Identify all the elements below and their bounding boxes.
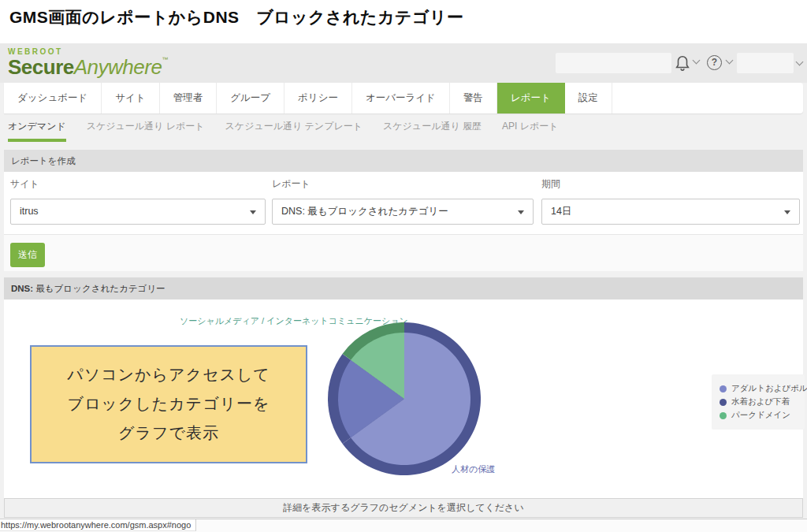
period-field-label: 期間 — [541, 177, 560, 191]
tab-reports[interactable]: レポート — [497, 83, 565, 113]
create-report-panel: レポートを作成 サイト レポート 期間 itrus DNS: 最もブロックされた… — [4, 150, 803, 271]
submit-button[interactable]: 送信 — [10, 243, 45, 267]
tab-groups[interactable]: グループ — [217, 83, 284, 113]
legend-item-adult[interactable]: アダルトおよびポルノ — [720, 383, 797, 394]
legend-dot-swimsuit-icon — [720, 399, 727, 406]
subnav-scheduled-templates[interactable]: スケジュール通り テンプレート — [225, 120, 363, 142]
user-menu-chevron-down-icon[interactable] — [796, 58, 804, 66]
report-result-panel: DNS: 最もブロックされたカテゴリー ソーシャルメディア / インターネットコ… — [4, 277, 803, 498]
create-report-panel-title: レポートを作成 — [4, 150, 803, 172]
legend-dot-parked-domain-icon — [720, 412, 727, 419]
tab-dashboard[interactable]: ダッシュボード — [4, 83, 102, 113]
period-select[interactable]: 14日 — [541, 199, 800, 225]
masked-account-info — [556, 53, 671, 73]
create-report-form: サイト レポート 期間 itrus DNS: 最もブロックされたカテゴリー 14… — [4, 172, 803, 234]
annotation-callout-box: パソコンからアクセスして ブロックしたカテゴリーを グラフで表示 — [30, 345, 307, 463]
main-nav: ダッシュボード サイト 管理者 グループ ポリシー オーバーライド 警告 レポー… — [4, 83, 803, 113]
annotation-line-3: グラフで表示 — [32, 419, 306, 448]
site-select-value: itrus — [20, 206, 39, 217]
report-field-label: レポート — [272, 177, 311, 191]
notifications-bell-icon[interactable] — [674, 54, 691, 73]
legend-item-swimsuit[interactable]: 水着および下着 — [720, 396, 797, 407]
app-header: WEBROOT SecureAnywhere™ ? — [0, 43, 807, 83]
logo-secure-text: Secure — [8, 55, 74, 79]
tab-alerts[interactable]: 警告 — [450, 83, 497, 113]
legend-dot-adult-icon — [720, 385, 727, 392]
webroot-logo: WEBROOT SecureAnywhere™ — [8, 48, 168, 77]
reports-subnav: オンデマンド スケジュール通り レポート スケジュール通り テンプレート スケジ… — [8, 120, 559, 142]
site-select[interactable]: itrus — [10, 199, 266, 225]
period-select-caret-icon — [784, 210, 790, 214]
report-title-prefix: DNS: — [11, 284, 33, 293]
page-title: GMS画面のレポートからDNS ブロックされたカテゴリー — [9, 6, 464, 28]
masked-user-menu[interactable] — [737, 53, 794, 73]
status-url: https://my.webrootanywhere.com/gsm.aspx#… — [0, 519, 196, 531]
subnav-scheduled-reports[interactable]: スケジュール通り レポート — [87, 120, 205, 142]
period-select-value: 14日 — [551, 206, 571, 217]
annotation-line-2: ブロックしたカテゴリーを — [32, 389, 306, 419]
report-result-title: DNS: 最もブロックされたカテゴリー — [4, 277, 803, 299]
report-title-rest: 最もブロックされたカテゴリー — [33, 284, 165, 293]
subnav-scheduled-history[interactable]: スケジュール通り 履歴 — [383, 120, 482, 142]
form-footer: 送信 — [4, 234, 803, 271]
bell-chevron-down-icon[interactable] — [693, 57, 701, 65]
report-select-caret-icon — [518, 210, 524, 214]
segment-select-hint: 詳細を表示するグラフのセグメントを選択してください — [4, 498, 803, 518]
logo-trademark: ™ — [162, 56, 168, 63]
tab-sites[interactable]: サイト — [102, 83, 159, 113]
report-select-value: DNS: 最もブロックされたカテゴリー — [281, 206, 448, 217]
tab-policies[interactable]: ポリシー — [284, 83, 352, 113]
tab-overrides[interactable]: オーバーライド — [352, 83, 450, 113]
browser-status-bar: https://my.webrootanywhere.com/gsm.aspx#… — [0, 519, 807, 532]
pie-callout-human-resources: 人材の保護 — [452, 463, 495, 475]
logo-anywhere-text: Anywhere — [74, 55, 162, 79]
pie-chart[interactable] — [318, 312, 491, 485]
subnav-on-demand[interactable]: オンデマンド — [8, 120, 66, 142]
report-select[interactable]: DNS: 最もブロックされたカテゴリー — [272, 199, 534, 225]
site-select-caret-icon — [250, 210, 256, 214]
help-chevron-down-icon[interactable] — [726, 57, 734, 65]
site-field-label: サイト — [10, 177, 39, 191]
tab-settings[interactable]: 設定 — [565, 83, 612, 113]
screenshot-root: GMS画面のレポートからDNS ブロックされたカテゴリー WEBROOT Sec… — [0, 0, 807, 532]
annotation-line-1: パソコンからアクセスして — [32, 360, 306, 389]
chart-area: ソーシャルメディア / インターネットコミュニケーション 人材の保護 アダルトお… — [4, 299, 803, 499]
legend-item-parked-domain[interactable]: パークドメイン — [720, 410, 797, 421]
chart-legend: アダルトおよびポルノ 水着および下着 パークドメイン — [712, 374, 805, 430]
help-icon[interactable]: ? — [707, 55, 722, 70]
webroot-console: WEBROOT SecureAnywhere™ ? ダッシュボード サイト — [0, 43, 807, 519]
subnav-api-reports[interactable]: API レポート — [502, 120, 559, 142]
tab-admins[interactable]: 管理者 — [160, 83, 218, 113]
